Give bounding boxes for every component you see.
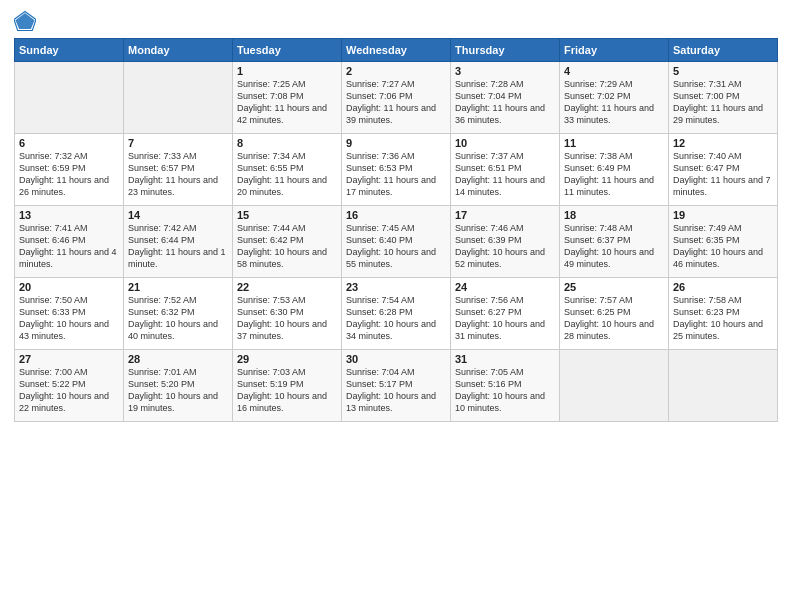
day-content: Sunrise: 7:01 AM Sunset: 5:20 PM Dayligh… (128, 366, 228, 415)
day-content: Sunrise: 7:53 AM Sunset: 6:30 PM Dayligh… (237, 294, 337, 343)
day-cell: 23Sunrise: 7:54 AM Sunset: 6:28 PM Dayli… (342, 278, 451, 350)
day-number: 16 (346, 209, 446, 221)
col-header-wednesday: Wednesday (342, 39, 451, 62)
day-number: 20 (19, 281, 119, 293)
day-content: Sunrise: 7:29 AM Sunset: 7:02 PM Dayligh… (564, 78, 664, 127)
day-number: 25 (564, 281, 664, 293)
day-content: Sunrise: 7:33 AM Sunset: 6:57 PM Dayligh… (128, 150, 228, 199)
header-row: SundayMondayTuesdayWednesdayThursdayFrid… (15, 39, 778, 62)
week-row-1: 1Sunrise: 7:25 AM Sunset: 7:08 PM Daylig… (15, 62, 778, 134)
day-number: 18 (564, 209, 664, 221)
day-number: 3 (455, 65, 555, 77)
col-header-thursday: Thursday (451, 39, 560, 62)
day-cell: 8Sunrise: 7:34 AM Sunset: 6:55 PM Daylig… (233, 134, 342, 206)
day-content: Sunrise: 7:31 AM Sunset: 7:00 PM Dayligh… (673, 78, 773, 127)
day-cell: 7Sunrise: 7:33 AM Sunset: 6:57 PM Daylig… (124, 134, 233, 206)
day-content: Sunrise: 7:34 AM Sunset: 6:55 PM Dayligh… (237, 150, 337, 199)
day-content: Sunrise: 7:58 AM Sunset: 6:23 PM Dayligh… (673, 294, 773, 343)
calendar-page: SundayMondayTuesdayWednesdayThursdayFrid… (0, 0, 792, 612)
day-cell: 3Sunrise: 7:28 AM Sunset: 7:04 PM Daylig… (451, 62, 560, 134)
day-cell: 10Sunrise: 7:37 AM Sunset: 6:51 PM Dayli… (451, 134, 560, 206)
day-cell: 27Sunrise: 7:00 AM Sunset: 5:22 PM Dayli… (15, 350, 124, 422)
day-cell (124, 62, 233, 134)
day-number: 22 (237, 281, 337, 293)
day-content: Sunrise: 7:52 AM Sunset: 6:32 PM Dayligh… (128, 294, 228, 343)
day-cell: 18Sunrise: 7:48 AM Sunset: 6:37 PM Dayli… (560, 206, 669, 278)
day-cell: 17Sunrise: 7:46 AM Sunset: 6:39 PM Dayli… (451, 206, 560, 278)
day-content: Sunrise: 7:38 AM Sunset: 6:49 PM Dayligh… (564, 150, 664, 199)
day-content: Sunrise: 7:44 AM Sunset: 6:42 PM Dayligh… (237, 222, 337, 271)
day-cell: 16Sunrise: 7:45 AM Sunset: 6:40 PM Dayli… (342, 206, 451, 278)
day-number: 1 (237, 65, 337, 77)
day-number: 21 (128, 281, 228, 293)
day-number: 8 (237, 137, 337, 149)
day-number: 5 (673, 65, 773, 77)
day-number: 24 (455, 281, 555, 293)
day-cell: 11Sunrise: 7:38 AM Sunset: 6:49 PM Dayli… (560, 134, 669, 206)
day-number: 10 (455, 137, 555, 149)
day-cell: 6Sunrise: 7:32 AM Sunset: 6:59 PM Daylig… (15, 134, 124, 206)
day-content: Sunrise: 7:42 AM Sunset: 6:44 PM Dayligh… (128, 222, 228, 271)
day-number: 12 (673, 137, 773, 149)
day-content: Sunrise: 7:48 AM Sunset: 6:37 PM Dayligh… (564, 222, 664, 271)
day-content: Sunrise: 7:40 AM Sunset: 6:47 PM Dayligh… (673, 150, 773, 199)
day-cell: 20Sunrise: 7:50 AM Sunset: 6:33 PM Dayli… (15, 278, 124, 350)
calendar-table: SundayMondayTuesdayWednesdayThursdayFrid… (14, 38, 778, 422)
day-cell: 26Sunrise: 7:58 AM Sunset: 6:23 PM Dayli… (669, 278, 778, 350)
day-content: Sunrise: 7:41 AM Sunset: 6:46 PM Dayligh… (19, 222, 119, 271)
day-content: Sunrise: 7:25 AM Sunset: 7:08 PM Dayligh… (237, 78, 337, 127)
day-content: Sunrise: 7:00 AM Sunset: 5:22 PM Dayligh… (19, 366, 119, 415)
day-content: Sunrise: 7:56 AM Sunset: 6:27 PM Dayligh… (455, 294, 555, 343)
day-cell: 19Sunrise: 7:49 AM Sunset: 6:35 PM Dayli… (669, 206, 778, 278)
svg-marker-0 (15, 13, 34, 29)
day-cell: 21Sunrise: 7:52 AM Sunset: 6:32 PM Dayli… (124, 278, 233, 350)
day-content: Sunrise: 7:57 AM Sunset: 6:25 PM Dayligh… (564, 294, 664, 343)
day-number: 29 (237, 353, 337, 365)
day-content: Sunrise: 7:04 AM Sunset: 5:17 PM Dayligh… (346, 366, 446, 415)
day-cell (560, 350, 669, 422)
week-row-4: 20Sunrise: 7:50 AM Sunset: 6:33 PM Dayli… (15, 278, 778, 350)
day-content: Sunrise: 7:37 AM Sunset: 6:51 PM Dayligh… (455, 150, 555, 199)
day-cell: 22Sunrise: 7:53 AM Sunset: 6:30 PM Dayli… (233, 278, 342, 350)
day-number: 4 (564, 65, 664, 77)
day-cell: 1Sunrise: 7:25 AM Sunset: 7:08 PM Daylig… (233, 62, 342, 134)
day-number: 19 (673, 209, 773, 221)
day-cell: 15Sunrise: 7:44 AM Sunset: 6:42 PM Dayli… (233, 206, 342, 278)
day-content: Sunrise: 7:50 AM Sunset: 6:33 PM Dayligh… (19, 294, 119, 343)
day-cell: 28Sunrise: 7:01 AM Sunset: 5:20 PM Dayli… (124, 350, 233, 422)
col-header-friday: Friday (560, 39, 669, 62)
day-content: Sunrise: 7:46 AM Sunset: 6:39 PM Dayligh… (455, 222, 555, 271)
week-row-2: 6Sunrise: 7:32 AM Sunset: 6:59 PM Daylig… (15, 134, 778, 206)
col-header-monday: Monday (124, 39, 233, 62)
day-content: Sunrise: 7:32 AM Sunset: 6:59 PM Dayligh… (19, 150, 119, 199)
day-content: Sunrise: 7:28 AM Sunset: 7:04 PM Dayligh… (455, 78, 555, 127)
day-cell: 9Sunrise: 7:36 AM Sunset: 6:53 PM Daylig… (342, 134, 451, 206)
day-number: 7 (128, 137, 228, 149)
day-number: 23 (346, 281, 446, 293)
day-cell (15, 62, 124, 134)
day-cell: 25Sunrise: 7:57 AM Sunset: 6:25 PM Dayli… (560, 278, 669, 350)
day-content: Sunrise: 7:49 AM Sunset: 6:35 PM Dayligh… (673, 222, 773, 271)
day-number: 14 (128, 209, 228, 221)
day-number: 28 (128, 353, 228, 365)
day-number: 30 (346, 353, 446, 365)
day-cell: 4Sunrise: 7:29 AM Sunset: 7:02 PM Daylig… (560, 62, 669, 134)
day-cell: 29Sunrise: 7:03 AM Sunset: 5:19 PM Dayli… (233, 350, 342, 422)
day-content: Sunrise: 7:36 AM Sunset: 6:53 PM Dayligh… (346, 150, 446, 199)
day-cell (669, 350, 778, 422)
day-number: 6 (19, 137, 119, 149)
day-content: Sunrise: 7:03 AM Sunset: 5:19 PM Dayligh… (237, 366, 337, 415)
header (14, 10, 778, 32)
day-content: Sunrise: 7:45 AM Sunset: 6:40 PM Dayligh… (346, 222, 446, 271)
col-header-tuesday: Tuesday (233, 39, 342, 62)
day-cell: 14Sunrise: 7:42 AM Sunset: 6:44 PM Dayli… (124, 206, 233, 278)
day-content: Sunrise: 7:54 AM Sunset: 6:28 PM Dayligh… (346, 294, 446, 343)
day-number: 17 (455, 209, 555, 221)
day-number: 11 (564, 137, 664, 149)
col-header-sunday: Sunday (15, 39, 124, 62)
day-number: 27 (19, 353, 119, 365)
day-cell: 31Sunrise: 7:05 AM Sunset: 5:16 PM Dayli… (451, 350, 560, 422)
day-number: 13 (19, 209, 119, 221)
logo (14, 10, 40, 32)
day-number: 15 (237, 209, 337, 221)
